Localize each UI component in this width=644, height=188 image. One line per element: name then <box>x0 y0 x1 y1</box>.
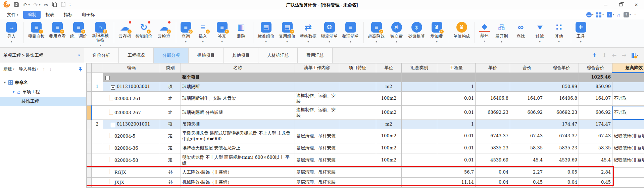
unit-cell[interactable]: m2 <box>376 82 402 92</box>
quantity-cell[interactable]: 11.14 <box>437 178 476 188</box>
code-cell[interactable]: 020004-58 <box>103 153 160 168</box>
name-cell[interactable]: 整个项目 <box>181 73 295 82</box>
tab-other-items[interactable]: 其他项目 <box>224 48 258 63</box>
feature-cell[interactable] <box>339 120 376 129</box>
save-icon[interactable] <box>14 2 19 8</box>
ribbon-find-button[interactable]: 查找 ▾ <box>513 22 528 43</box>
unit-price-cell[interactable] <box>476 82 510 92</box>
comp-total-price-cell[interactable]: 58.35 <box>579 143 612 153</box>
quantity-cell[interactable]: 56.7 <box>437 168 476 178</box>
summary-type-cell[interactable] <box>402 129 437 143</box>
collapse-icon[interactable] <box>105 76 110 80</box>
expand-arrow-icon[interactable]: ▼ <box>12 90 15 94</box>
redo-dropdown-icon[interactable]: ▾ <box>39 3 40 6</box>
quantity-cell[interactable]: 0.01 <box>437 153 476 168</box>
table-row[interactable]: JXJX 补 机械降效-装饰（非幕墙） 基层清理、吊杆安装 11.14 0.04… <box>87 178 644 188</box>
unit-cell[interactable] <box>376 73 402 82</box>
ribbon-filter-button[interactable]: 过滤 ▾ <box>533 22 547 43</box>
comp-unit-price-cell[interactable]: 5835.23 <box>544 143 579 153</box>
menu-file[interactable]: 文件▾ <box>3 11 22 19</box>
undo-icon[interactable]: ↶ <box>23 2 27 8</box>
super-high-cell[interactable]: 记取装饰(非幕墙 <box>612 153 644 168</box>
header-unit-price[interactable]: 单价 <box>476 63 510 73</box>
tab-fee-summary[interactable]: 费用汇总 <box>298 48 333 63</box>
headset-icon[interactable]: ∩ <box>617 12 621 18</box>
ribbon-machine-convert-button[interactable]: 新旧机械转换 ▾ <box>91 22 109 47</box>
summary-type-cell[interactable] <box>402 143 437 153</box>
category-cell[interactable]: 定 <box>160 106 181 120</box>
comp-total-price-cell[interactable]: 2.84 <box>579 168 612 178</box>
name-cell[interactable]: 明架式龙骨 不上人型 面层规格(mm) 600×600以上 平级 <box>181 153 295 168</box>
comp-unit-price-cell[interactable]: 68692.23 <box>544 106 579 120</box>
comp-total-price-cell[interactable]: 0.45 <box>579 178 612 188</box>
quantity-cell[interactable]: 1 <box>437 82 476 92</box>
super-high-cell[interactable]: 记取装饰(非幕墙 <box>612 143 644 153</box>
feature-cell[interactable] <box>339 73 376 82</box>
code-cell[interactable]: 020003-267 <box>103 106 160 120</box>
undo-dropdown-icon[interactable]: ▾ <box>29 3 30 6</box>
super-high-cell[interactable] <box>612 178 644 188</box>
feature-cell[interactable] <box>339 106 376 120</box>
tab-measure-items[interactable]: 措施项目 <box>189 48 224 63</box>
ribbon-cloud-save-button[interactable]: 云存档 ▾ <box>114 22 131 43</box>
header-super-high[interactable]: 超高降效 <box>612 63 644 73</box>
comp-total-price-cell[interactable]: 850.99 <box>579 82 612 92</box>
unit-cell[interactable]: 100m2 <box>376 92 402 106</box>
total-price-cell[interactable] <box>510 120 544 129</box>
total-price-cell[interactable]: 2.27 <box>510 168 544 178</box>
category-cell[interactable]: 定 <box>160 92 181 106</box>
header-feature[interactable]: 项目特征 <box>339 63 376 73</box>
ribbon-other-button[interactable]: 其他 ▾ <box>552 22 566 43</box>
upload-icon[interactable]: ↑▾ <box>607 12 614 17</box>
dropdown-caret-icon[interactable]: ▾ <box>221 40 222 43</box>
dropdown-caret-icon[interactable]: ▾ <box>286 40 288 43</box>
name-cell[interactable]: 埃特板天棚基层 安装在龙骨上 <box>181 143 295 153</box>
tab-project-overview[interactable]: 工程概况 <box>119 48 154 63</box>
name-cell[interactable]: 平级天棚龙骨 装配式U形轻钢天棚龙骨 不上人型 主龙骨中距d(mm) d=900 <box>181 129 295 143</box>
comp-unit-price-cell[interactable]: 0.04 <box>544 178 579 188</box>
dropdown-caret-icon[interactable]: ▾ <box>484 40 485 43</box>
ribbon-tool-button[interactable]: 工具 ▾ <box>571 22 586 43</box>
unit-price-cell[interactable] <box>476 120 510 129</box>
ribbon-super-high-button[interactable]: 超高降效 ▾ <box>363 22 385 43</box>
header-quantity[interactable]: 工程量 <box>437 63 476 73</box>
restore-button[interactable] <box>613 0 629 10</box>
dropdown-caret-icon[interactable]: ▾ <box>558 40 559 43</box>
feature-cell[interactable] <box>339 92 376 106</box>
dropdown-caret-icon[interactable]: ▾ <box>202 40 203 43</box>
dropdown-caret-icon[interactable]: ▾ <box>580 40 581 43</box>
name-cell[interactable]: 吊顶天棚 <box>181 120 295 129</box>
ribbon-import-button[interactable]: 导入 ▾ <box>4 22 19 43</box>
close-button[interactable]: ✕ <box>629 0 644 10</box>
table-row[interactable]: 020004-5 定 平级天棚龙骨 装配式U形轻钢天棚龙骨 不上人型 主龙骨中距… <box>87 129 644 143</box>
table-row[interactable]: 1 011210003001 项 玻璃隔断 m2 1 850.99 850.99 <box>87 82 644 92</box>
apps-grid-icon[interactable]: ▾ <box>596 12 604 17</box>
ribbon-independent-fee-button[interactable]: 独立费 ▾ <box>389 22 404 43</box>
ribbon-color-button[interactable]: 颜色 ▾ <box>475 22 490 43</box>
summary-type-cell[interactable] <box>402 106 437 120</box>
tab-subsection[interactable]: 分部分项 <box>154 48 189 63</box>
work-content-cell[interactable]: 边框制作、运输、安装 <box>295 106 339 120</box>
table-row[interactable]: 020003-261 定 玻璃隔断制作、安装 木骨架 边框制作、运输、安装 10… <box>87 92 644 106</box>
new-button[interactable]: 新建▾ <box>3 66 14 72</box>
ribbon-lock-list-button[interactable]: 锁定清单 ▾ <box>321 22 338 43</box>
total-price-cell[interactable] <box>510 82 544 92</box>
work-content-cell[interactable]: 边框制作、运输、安装 <box>295 92 339 106</box>
super-high-cell[interactable] <box>612 82 644 92</box>
category-cell[interactable]: 补 <box>160 178 181 188</box>
ribbon-add-fee-button[interactable]: 增加费 ▾ <box>430 22 444 43</box>
super-high-cell[interactable] <box>612 168 644 178</box>
feature-cell[interactable] <box>339 168 376 178</box>
dropdown-caret-icon[interactable]: ▾ <box>307 40 309 43</box>
comp-total-price-cell[interactable]: 45.4 <box>579 153 612 168</box>
summary-type-cell[interactable] <box>402 73 437 82</box>
comp-unit-price-cell[interactable]: 850.99 <box>544 82 579 92</box>
unit-price-cell[interactable]: 68692.23 <box>476 106 510 120</box>
quantity-cell[interactable]: 0.01 <box>437 106 476 120</box>
comp-total-price-cell[interactable]: 174.47 <box>579 120 612 129</box>
dropdown-caret-icon[interactable]: ▾ <box>501 40 502 43</box>
ribbon-query-button[interactable]: 查询 ▾ <box>176 22 191 43</box>
comp-total-price-cell[interactable]: 164.07 <box>579 92 612 106</box>
work-content-cell[interactable]: 基层清理、吊杆安装 <box>295 178 339 188</box>
code-cell[interactable]: 011302001001 <box>103 120 160 129</box>
